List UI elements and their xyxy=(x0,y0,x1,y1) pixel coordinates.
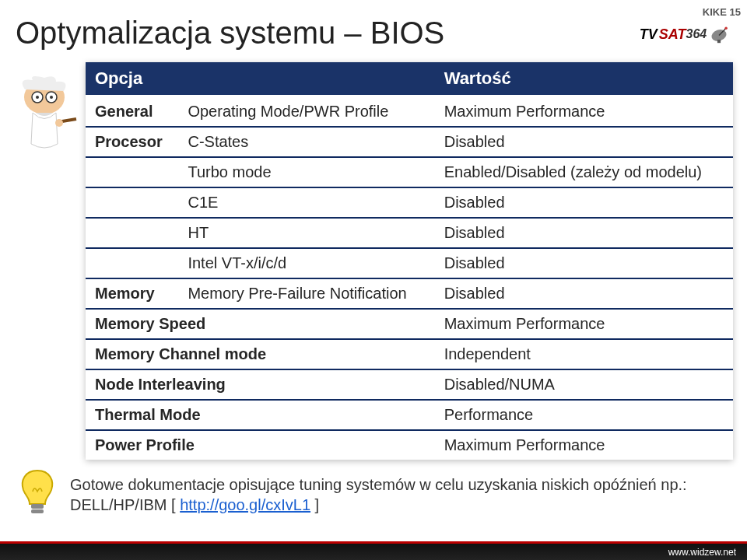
cat-cell: Procesor xyxy=(86,127,178,157)
opt-cell: Turbo mode xyxy=(178,157,434,187)
footnote-after: ] xyxy=(310,496,319,513)
opt-cell: Intel VT-x/i/c/d xyxy=(178,248,434,278)
logo-num: 364 xyxy=(686,27,707,41)
page-badge: KIKE 15 xyxy=(703,6,741,18)
footnote-link[interactable]: http://goo.gl/cxIvL1 xyxy=(180,496,310,513)
opt-cell: Memory Pre-Failure Notification xyxy=(178,278,434,309)
footer-bar: www.widzew.net xyxy=(0,541,747,560)
table-row: GeneralOperating Mode/PWR ProfileMaximum… xyxy=(86,96,733,128)
val-cell: Disabled xyxy=(435,127,733,157)
opt-cell: HT xyxy=(178,218,434,248)
header-opcja: Opcja xyxy=(86,62,435,96)
cat-cell: Memory Channel mode xyxy=(86,339,435,369)
opt-cell: C-States xyxy=(178,127,434,157)
tvsat-logo: TV SAT 364 xyxy=(638,19,731,50)
svg-point-7 xyxy=(36,96,39,99)
table-row: Thermal ModePerformance xyxy=(86,400,733,430)
val-cell: Disabled xyxy=(435,218,733,248)
val-cell: Maximum Performance xyxy=(435,96,733,128)
cat-cell: Thermal Mode xyxy=(86,400,435,430)
table-row: ProcesorC-StatesDisabled xyxy=(86,127,733,157)
cat-cell xyxy=(86,157,178,187)
table-row: Memory SpeedMaximum Performance xyxy=(86,309,733,339)
val-cell: Enabled/Disabled (zależy od modelu) xyxy=(435,157,733,187)
svg-rect-3 xyxy=(717,40,721,43)
svg-point-8 xyxy=(50,96,53,99)
val-cell: Performance xyxy=(435,400,733,430)
satellite-dish-icon xyxy=(708,23,730,45)
val-cell: Disabled xyxy=(435,187,733,218)
table-row: Intel VT-x/i/c/dDisabled xyxy=(86,248,733,278)
cat-cell xyxy=(86,218,178,248)
opt-cell: C1E xyxy=(178,187,434,218)
val-cell: Disabled xyxy=(435,248,733,278)
val-cell: Disabled xyxy=(435,278,733,309)
val-cell: Maximum Performance xyxy=(435,309,733,339)
svg-point-10 xyxy=(55,119,63,127)
logo-tv: TV xyxy=(640,26,658,43)
val-cell: Disabled/NUMA xyxy=(435,369,733,400)
footer-url: www.widzew.net xyxy=(668,547,736,558)
lightbulb-icon xyxy=(14,467,61,521)
page-title: Optymalizacja systemu – BIOS xyxy=(16,16,444,51)
svg-point-2 xyxy=(725,27,728,30)
table-row: Memory Channel modeIndependent xyxy=(86,339,733,369)
cat-cell: Memory xyxy=(86,278,178,309)
bios-settings-table: Opcja Wartość GeneralOperating Mode/PWR … xyxy=(86,62,733,460)
header-wartosc: Wartość xyxy=(435,62,733,96)
svg-rect-12 xyxy=(31,509,44,513)
footnote-text: Gotowe dokumentacje opisujące tuning sys… xyxy=(70,474,731,515)
table-row: MemoryMemory Pre-Failure NotificationDis… xyxy=(86,278,733,309)
table-row: Power ProfileMaximum Performance xyxy=(86,430,733,460)
val-cell: Maximum Performance xyxy=(435,430,733,460)
val-cell: Independent xyxy=(435,339,733,369)
table-row: Turbo modeEnabled/Disabled (zależy od mo… xyxy=(86,157,733,187)
table-header-row: Opcja Wartość xyxy=(86,62,733,96)
footnote-before: Gotowe dokumentacje opisujące tuning sys… xyxy=(70,476,687,513)
table-row: HTDisabled xyxy=(86,218,733,248)
cat-cell xyxy=(86,248,178,278)
svg-rect-11 xyxy=(31,504,44,509)
cat-cell: Memory Speed xyxy=(86,309,435,339)
logo-sat: SAT xyxy=(659,26,686,43)
cat-cell: Node Interleaving xyxy=(86,369,435,400)
cat-cell: General xyxy=(86,96,178,128)
table-row: Node InterleavingDisabled/NUMA xyxy=(86,369,733,400)
cat-cell xyxy=(86,187,178,218)
scientist-cartoon-icon xyxy=(9,74,79,167)
cat-cell: Power Profile xyxy=(86,430,435,460)
opt-cell: Operating Mode/PWR Profile xyxy=(178,96,434,128)
table-row: C1EDisabled xyxy=(86,187,733,218)
